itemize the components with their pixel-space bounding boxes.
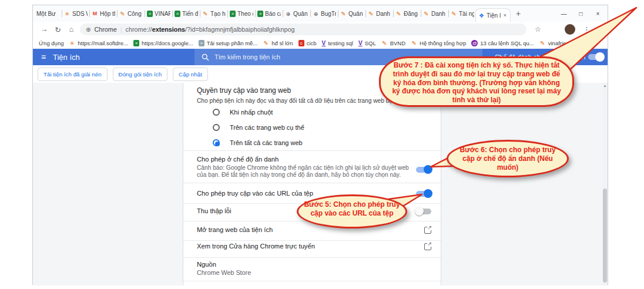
forward-icon[interactable]: → <box>38 25 51 33</box>
external-link-icon[interactable]: ↗ <box>424 227 431 234</box>
menu-dots-icon[interactable]: ⋮ <box>583 25 591 34</box>
cicb-icon: c <box>298 40 304 46</box>
page-title: Tiện ích <box>53 53 80 62</box>
tab[interactable]: ✳SDS We <box>63 5 89 22</box>
invoice-icon: ✎ <box>119 11 126 17</box>
maximize-button[interactable]: □ <box>572 11 589 17</box>
tab-strip: Một Bư ✳SDS We MHộp thư ✎Công ty ≡VINAFR… <box>33 5 608 22</box>
search-placeholder: Tìm kiếm trong tiện ích <box>214 53 280 61</box>
bookmark[interactable]: ✎vinafriegth <box>539 40 574 46</box>
site-info-icon[interactable]: ⊕ <box>86 26 90 33</box>
url-divider: | <box>120 26 122 33</box>
tab-close-icon[interactable]: × <box>504 12 507 18</box>
minimize-button[interactable]: — <box>555 11 572 17</box>
incognito-title: Cho phép ở chế độ ẩn danh <box>197 156 279 163</box>
tab-label: Tiện í <box>487 12 501 19</box>
tab-separator <box>448 10 449 17</box>
bookmark[interactable]: ✎hđ sl lớn <box>263 40 293 46</box>
tab-separator <box>227 10 228 17</box>
address-bar[interactable]: ⊕ Chrome | chrome://extensions/?id=bkfag… <box>80 23 526 35</box>
tab[interactable]: ≡Báo cáo <box>256 5 282 22</box>
radio-option-all-sites[interactable]: Trên tất cả các trang web <box>213 139 303 146</box>
file-urls-toggle[interactable] <box>416 191 431 197</box>
callout-step6: Bước 6: Chọn cho phép truy cập ở chế độ … <box>447 140 569 177</box>
dev-mode-toggle[interactable] <box>588 54 603 60</box>
invoice-icon: ✎ <box>411 40 417 46</box>
bookmark-apps[interactable]: Ứng dụng <box>39 40 63 46</box>
tab-separator <box>172 10 173 17</box>
bookmark[interactable]: ✳https://mail.softdre... <box>69 40 128 46</box>
tab[interactable]: ≡Theo dõ <box>229 5 254 22</box>
bookmark[interactable]: ≡https://docs.google... <box>133 40 193 46</box>
tab-label: Tiến độ <box>182 11 198 17</box>
tab-separator <box>117 10 118 17</box>
globe-icon: ⊕ <box>313 11 319 17</box>
tab[interactable]: ✎Đăng nh <box>394 5 420 22</box>
tab[interactable]: ✎Công ty <box>118 5 144 22</box>
tab[interactable]: ⊕BugTrac <box>311 5 337 22</box>
tab[interactable]: ✎Danh sá <box>367 5 393 22</box>
invoice-icon: ✎ <box>340 11 347 17</box>
bookmark-label: 13 câu lệnh SQL qu... <box>480 40 534 46</box>
close-button[interactable]: × <box>589 11 606 17</box>
load-unpacked-button[interactable]: Tải tiện ích đã giải nén <box>38 68 108 81</box>
radio-option-specific-sites[interactable]: Trên các trang web cụ thể <box>213 124 304 131</box>
incognito-toggle[interactable] <box>416 167 431 173</box>
bookmark-label: Ứng dụng <box>39 40 63 46</box>
tab[interactable]: Một Bư <box>35 5 61 22</box>
tab[interactable]: ✎Tạo hóa <box>201 5 227 22</box>
browser-toolbar: → ↻ ⌂ ⊕ Chrome | chrome://extensions/?id… <box>33 22 608 37</box>
invoice-icon: ✎ <box>423 11 430 17</box>
new-tab-button[interactable]: + <box>516 9 521 18</box>
tab[interactable]: ✎Danh sá <box>422 5 448 22</box>
external-link-icon[interactable]: ↗ <box>424 243 431 250</box>
gear-icon: ✳ <box>64 11 71 17</box>
bookmark-star-icon[interactable]: ☆ <box>535 25 541 33</box>
view-in-store-link[interactable]: Xem trong Cửa hàng Chrome trực tuyến <box>197 243 315 250</box>
bookmark-label: Hệ thống tổng hợp <box>420 40 466 46</box>
home-icon[interactable]: ⌂ <box>65 25 78 33</box>
tab[interactable]: MHộp thư <box>90 5 116 22</box>
reload-icon[interactable]: ↻ <box>51 25 65 34</box>
radio-selected-icon[interactable] <box>213 139 220 146</box>
tab[interactable]: ✎Tài ngu <box>450 5 475 22</box>
tab[interactable]: ⊕Quản lý <box>284 5 310 22</box>
error-collection-toggle[interactable] <box>416 209 431 214</box>
at-icon: @ <box>471 40 478 46</box>
open-extension-site-link[interactable]: Mở trang web của tiện ích <box>197 226 273 233</box>
pack-extension-button[interactable]: Đóng gói tiện ích <box>113 68 168 81</box>
divider <box>183 150 441 151</box>
hamburger-menu-icon[interactable]: ≡ <box>41 52 46 62</box>
bookmark[interactable]: ✎BVND <box>381 40 405 46</box>
bookmark-label: testing sql <box>328 40 353 46</box>
avatar[interactable] <box>565 24 575 35</box>
bookmark[interactable]: @13 câu lệnh SQL qu... <box>471 40 534 46</box>
tab-separator <box>393 10 394 17</box>
invoice-icon: ✎ <box>381 40 388 46</box>
bookmark[interactable]: Vtesting sql <box>322 40 353 46</box>
radio-icon[interactable] <box>213 109 220 116</box>
bookmark[interactable]: ✎Hệ thống tổng hợp <box>411 40 466 46</box>
tab[interactable]: ≡VINAFR <box>146 5 172 22</box>
tab[interactable]: ✎Quản lý <box>339 5 365 22</box>
update-button[interactable]: Cập nhật <box>173 68 208 81</box>
tab-separator <box>145 10 145 17</box>
gear-icon: ✳ <box>69 40 75 46</box>
bookmark-label: https://mail.softdre... <box>78 40 128 46</box>
bookmark[interactable]: ccicb <box>298 40 317 46</box>
scrollbar-thumb[interactable] <box>603 189 607 283</box>
tab-extensions-active[interactable]: ❖ Tiện í × <box>475 8 511 22</box>
scrollbar[interactable]: ▲ <box>602 83 608 285</box>
bookmark[interactable]: VSQL <box>358 40 376 46</box>
bookmark[interactable]: ≡Tải setup phần mề... <box>199 40 258 46</box>
radio-icon[interactable] <box>213 124 220 131</box>
source-title: Nguồn <box>197 261 216 268</box>
radio-label: Trên tất cả các trang web <box>230 139 303 146</box>
tab-separator <box>310 10 311 17</box>
tab[interactable]: ≡Tiến độ <box>173 5 199 22</box>
scroll-up-icon[interactable]: ▲ <box>602 84 608 88</box>
site-access-title: Quyền truy cập vào trang web <box>197 86 291 95</box>
tab-label: Báo cáo <box>265 11 281 17</box>
url-chip: Chrome <box>94 26 116 33</box>
radio-option-on-click[interactable]: Khi nhấp chuột <box>213 109 273 116</box>
